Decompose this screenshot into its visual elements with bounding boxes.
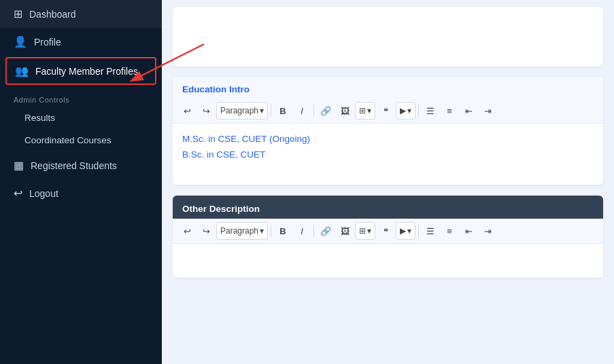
media-icon: ▶: [400, 106, 406, 115]
undo-button[interactable]: ↩: [178, 102, 196, 120]
media-icon-2: ▶: [400, 226, 406, 236]
other-description-editor: Other Description ↩ ↪ Paragraph ▾ B I 🔗 …: [173, 196, 603, 278]
outdent-button[interactable]: ⇤: [460, 102, 477, 120]
sidebar-item-logout[interactable]: ↩ Logout: [0, 179, 162, 207]
media-chevron-2: ▾: [407, 226, 411, 236]
sidebar-item-label: Dashboard: [29, 9, 76, 20]
edu-line2-text: B.Sc. in CSE, CUET: [182, 149, 265, 160]
sidebar: ⊞ Dashboard 👤 Profile 👥 Faculty Member P…: [0, 0, 162, 364]
edu-line1-text: M.Sc. in CSE, CUET: [182, 134, 269, 144]
sidebar-item-coordinated-courses[interactable]: Coordinated Courses: [0, 129, 162, 151]
redo-button[interactable]: ↪: [197, 102, 215, 120]
faculty-icon: 👥: [15, 65, 29, 77]
ol-button-2[interactable]: ≡: [441, 222, 458, 240]
divider-6: [418, 225, 419, 237]
blockquote-button[interactable]: ❝: [377, 102, 394, 120]
divider-4: [271, 225, 271, 237]
paragraph-label-2: Paragraph: [220, 226, 258, 236]
registered-students-icon: ▦: [14, 159, 24, 172]
table-icon-2: ⊞: [359, 226, 366, 236]
blockquote-button-2[interactable]: ❝: [377, 222, 394, 240]
redo-button-2[interactable]: ↪: [197, 222, 215, 240]
link-button[interactable]: 🔗: [317, 102, 335, 120]
media-dropdown-2[interactable]: ▶ ▾: [396, 222, 415, 240]
admin-controls-label: Admin Controls: [0, 86, 162, 107]
media-chevron: ▾: [407, 106, 411, 115]
link-button-2[interactable]: 🔗: [317, 222, 335, 240]
ol-button[interactable]: ≡: [441, 102, 458, 120]
paragraph-chevron: ▾: [260, 106, 264, 115]
italic-button-2[interactable]: I: [293, 222, 311, 240]
paragraph-chevron-2: ▾: [260, 226, 264, 236]
table-dropdown-2[interactable]: ⊞ ▾: [355, 222, 375, 240]
paragraph-label: Paragraph: [220, 106, 258, 115]
ul-button-2[interactable]: ☰: [422, 222, 439, 240]
education-intro-body[interactable]: M.Sc. in CSE, CUET (Ongoing) B.Sc. in CS…: [173, 124, 603, 185]
education-intro-toolbar: ↩ ↪ Paragraph ▾ B I 🔗 🖼 ⊞ ▾ ❝ ▶ ▾ ☰ ≡: [173, 98, 603, 124]
indent-button-2[interactable]: ⇥: [479, 222, 496, 240]
main-content: Education Intro ↩ ↪ Paragraph ▾ B I 🔗 🖼 …: [162, 0, 614, 364]
table-chevron: ▾: [367, 106, 371, 115]
image-button[interactable]: 🖼: [336, 102, 354, 120]
table-icon: ⊞: [359, 106, 366, 115]
other-description-body[interactable]: [173, 244, 603, 278]
image-button-2[interactable]: 🖼: [336, 222, 354, 240]
ul-button[interactable]: ☰: [422, 102, 439, 120]
indent-button[interactable]: ⇥: [479, 102, 496, 120]
top-blank-section: [173, 7, 603, 67]
profile-icon: 👤: [14, 35, 27, 48]
logout-label: Logout: [29, 188, 58, 199]
education-intro-editor: Education Intro ↩ ↪ Paragraph ▾ B I 🔗 🖼 …: [173, 77, 603, 185]
results-label: Results: [24, 113, 55, 123]
dashboard-icon: ⊞: [14, 7, 22, 20]
divider-1: [271, 105, 271, 117]
table-chevron-2: ▾: [367, 226, 371, 236]
sidebar-item-dashboard[interactable]: ⊞ Dashboard: [0, 0, 162, 28]
logout-icon: ↩: [14, 187, 22, 200]
other-description-label: Other Description: [182, 204, 260, 214]
divider-2: [313, 105, 314, 117]
other-description-toolbar: ↩ ↪ Paragraph ▾ B I 🔗 🖼 ⊞ ▾ ❝ ▶ ▾ ☰ ≡: [173, 219, 603, 244]
bold-button-2[interactable]: B: [274, 222, 292, 240]
media-dropdown[interactable]: ▶ ▾: [396, 102, 415, 120]
edu-line1-ongoing: (Ongoing): [269, 134, 310, 144]
outdent-button-2[interactable]: ⇤: [460, 222, 477, 240]
sidebar-item-label: Faculty Member Profiles: [35, 66, 138, 77]
sidebar-item-label: Profile: [34, 37, 61, 48]
bold-button[interactable]: B: [274, 102, 292, 120]
sidebar-item-faculty-member-profiles[interactable]: 👥 Faculty Member Profiles: [5, 57, 156, 85]
italic-button[interactable]: I: [293, 102, 311, 120]
paragraph-dropdown[interactable]: Paragraph ▾: [216, 102, 268, 120]
table-dropdown[interactable]: ⊞ ▾: [355, 102, 375, 120]
education-intro-label: Education Intro: [173, 77, 603, 98]
divider-5: [313, 225, 314, 237]
other-description-label-wrapper: Other Description: [173, 196, 603, 219]
education-line-1: M.Sc. in CSE, CUET (Ongoing): [182, 132, 594, 147]
divider-3: [418, 105, 419, 117]
sidebar-item-registered-students[interactable]: ▦ Registered Students: [0, 151, 162, 179]
registered-students-label: Registered Students: [31, 160, 117, 171]
paragraph-dropdown-2[interactable]: Paragraph ▾: [216, 222, 268, 240]
education-line-2: B.Sc. in CSE, CUET: [182, 147, 594, 163]
undo-button-2[interactable]: ↩: [178, 222, 196, 240]
sidebar-item-profile[interactable]: 👤 Profile: [0, 28, 162, 56]
coordinated-courses-label: Coordinated Courses: [24, 135, 112, 145]
sidebar-item-results[interactable]: Results: [0, 107, 162, 129]
